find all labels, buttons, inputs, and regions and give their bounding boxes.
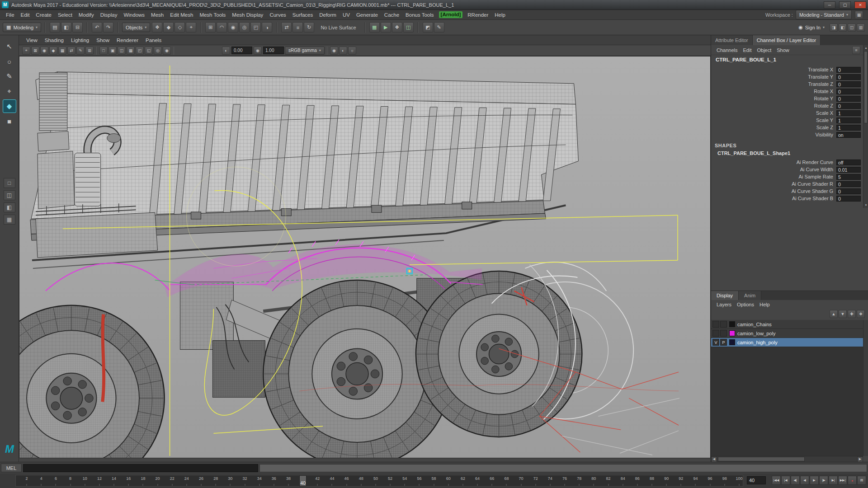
menu-cache[interactable]: Cache bbox=[381, 10, 402, 20]
channel-value-field[interactable]: 0 bbox=[836, 89, 861, 94]
layer-row-camion-chains[interactable]: camion_Chains bbox=[711, 320, 863, 329]
paint-effects-icon[interactable]: ✎ bbox=[434, 22, 444, 33]
tab-attribute-editor[interactable]: Attribute Editor bbox=[711, 35, 753, 45]
current-rig-control-tool[interactable]: ◆ bbox=[3, 99, 16, 113]
menu-curves[interactable]: Curves bbox=[266, 10, 289, 20]
menu-windows[interactable]: Windows bbox=[120, 10, 148, 20]
layout-four-pane-button[interactable]: ◫ bbox=[4, 190, 15, 200]
move-layer-up-icon[interactable]: ▲ bbox=[830, 310, 838, 318]
menu-rrender[interactable]: RRender bbox=[464, 10, 491, 20]
snap-curve-icon[interactable]: ◠ bbox=[217, 22, 227, 33]
pan-zoom-icon[interactable]: ⇄ bbox=[67, 47, 75, 55]
layer-row-camion-high-poly[interactable]: VPcamion_high_poly bbox=[711, 338, 863, 347]
channel-menu-channels[interactable]: Channels bbox=[714, 45, 740, 55]
scrollbar-thumb[interactable] bbox=[864, 51, 868, 123]
panel-menu-lighting[interactable]: Lighting bbox=[67, 35, 93, 45]
move-tool[interactable]: ⌖ bbox=[3, 84, 16, 98]
layer-visibility-toggle[interactable]: V bbox=[712, 339, 719, 346]
layer-color-swatch[interactable] bbox=[729, 321, 735, 327]
menu-mesh[interactable]: Mesh bbox=[148, 10, 167, 20]
hypershade-icon[interactable]: ◩ bbox=[423, 22, 433, 33]
undo-icon[interactable]: ↶ bbox=[92, 22, 102, 33]
gamma-field[interactable]: 1.00 bbox=[263, 47, 284, 54]
panel-menu-view[interactable]: View bbox=[23, 35, 41, 45]
channel-value-field[interactable]: 0 bbox=[836, 81, 861, 87]
layer-color-swatch[interactable] bbox=[729, 339, 735, 345]
layer-list-scrollbar[interactable] bbox=[863, 320, 868, 456]
scroll-up-icon[interactable]: ▲ bbox=[863, 45, 868, 51]
panel-menu-renderer[interactable]: Renderer bbox=[113, 35, 142, 45]
layer-horizontal-scrollbar[interactable]: ◀ ▶ bbox=[711, 456, 863, 462]
layer-color-swatch[interactable] bbox=[729, 330, 735, 336]
menu-modify[interactable]: Modify bbox=[75, 10, 97, 20]
channel-value-field[interactable]: 0 bbox=[836, 67, 861, 73]
tab-anim[interactable]: Anim bbox=[739, 291, 761, 300]
layer-row-camion-low-poly[interactable]: camion_low_poly bbox=[711, 329, 863, 338]
current-frame-field[interactable]: 40 bbox=[747, 476, 766, 484]
tab-channel-box-layer-editor[interactable]: Channel Box / Layer Editor bbox=[753, 35, 821, 45]
render-settings-icon[interactable]: ❖ bbox=[392, 22, 402, 33]
snap-view-plane-icon[interactable]: ◰ bbox=[250, 22, 261, 33]
channel-value-field[interactable]: 0 bbox=[836, 96, 861, 102]
select-component-icon[interactable]: ◇ bbox=[175, 22, 185, 33]
snap-point-icon[interactable]: ◉ bbox=[228, 22, 238, 33]
make-live-icon[interactable]: ◑ bbox=[262, 22, 272, 33]
channel-value-field[interactable]: 0 bbox=[836, 181, 861, 187]
menu-mesh-display[interactable]: Mesh Display bbox=[229, 10, 266, 20]
channel-value-field[interactable]: on bbox=[836, 132, 861, 138]
render-frame-icon[interactable]: ▦ bbox=[369, 22, 380, 33]
workspace-selector[interactable]: Modeling - Standard ▾ bbox=[796, 10, 852, 19]
channel-value-field[interactable]: 0 bbox=[836, 74, 861, 80]
grease-pencil-icon[interactable]: ✎ bbox=[76, 47, 85, 55]
shape-node-name[interactable]: CTRL_PARE_BOUE_L_Shape1 bbox=[717, 150, 790, 156]
gamma-icon[interactable]: ◉ bbox=[254, 47, 262, 55]
film-gate-icon[interactable]: □ bbox=[99, 47, 108, 55]
isolate-select-icon[interactable]: ◉ bbox=[330, 47, 338, 55]
channel-settings-icon[interactable]: ≡ bbox=[852, 46, 860, 54]
layer-playback-toggle[interactable]: P bbox=[720, 339, 727, 346]
selected-object-name[interactable]: CTRL_PARE_BOUE_L_1 bbox=[716, 57, 776, 62]
menu-generate[interactable]: Generate bbox=[353, 10, 381, 20]
new-scene-icon[interactable]: ▤ bbox=[50, 22, 60, 33]
scroll-down-icon[interactable]: ▼ bbox=[863, 202, 868, 208]
channel-value-field[interactable]: off bbox=[836, 160, 861, 165]
play-forwards-button[interactable]: ▶ bbox=[810, 476, 819, 485]
channel-value-field[interactable]: 1 bbox=[836, 125, 861, 131]
command-input[interactable] bbox=[23, 464, 258, 472]
frame-selected-icon[interactable]: ◉ bbox=[163, 47, 171, 55]
snap-grid-icon[interactable]: ⊞ bbox=[205, 22, 216, 33]
layer-menu-layers[interactable]: Layers bbox=[714, 300, 734, 310]
select-hierarchy-icon[interactable]: ❖ bbox=[152, 22, 162, 33]
minimize-button[interactable]: ─ bbox=[824, 1, 835, 9]
menu-edit[interactable]: Edit bbox=[18, 10, 33, 20]
sign-in-button[interactable]: ◉ Sign In ▾ bbox=[798, 24, 825, 30]
workspace-grid-icon[interactable]: ▦ bbox=[855, 11, 863, 19]
menu-mesh-tools[interactable]: Mesh Tools bbox=[196, 10, 229, 20]
layer-visibility-toggle[interactable] bbox=[712, 321, 719, 328]
menu-create[interactable]: Create bbox=[33, 10, 55, 20]
anim-preferences-icon[interactable]: ▤ bbox=[857, 476, 866, 485]
channel-box-scrollbar[interactable]: ▲ ▼ bbox=[863, 45, 868, 208]
step-forward-key-button[interactable]: ▶| bbox=[829, 476, 838, 485]
tab-display[interactable]: Display bbox=[711, 291, 739, 300]
menu-bonus-tools[interactable]: Bonus Tools bbox=[402, 10, 437, 20]
layout-hypergraph-button[interactable]: ▦ bbox=[4, 215, 15, 225]
lighting-toggle-icon[interactable]: ☼ bbox=[348, 47, 356, 55]
channel-menu-object[interactable]: Object bbox=[754, 45, 774, 55]
create-layer-from-selected-icon[interactable]: ❖ bbox=[857, 310, 865, 318]
step-back-key-button[interactable]: |◀ bbox=[781, 476, 790, 485]
layer-visibility-toggle[interactable] bbox=[712, 330, 719, 337]
play-backwards-button[interactable]: ◀ bbox=[800, 476, 809, 485]
image-plane-icon[interactable]: ▦ bbox=[58, 47, 66, 55]
field-chart-icon[interactable]: ▦ bbox=[127, 47, 135, 55]
scroll-left-icon[interactable]: ◀ bbox=[711, 456, 717, 462]
maximize-button[interactable]: ▢ bbox=[839, 1, 851, 9]
channel-value-field[interactable]: 1 bbox=[836, 117, 861, 123]
menu-set-selector[interactable]: ▦ Modeling ▾ bbox=[3, 23, 41, 32]
menu-arnold[interactable]: [Arnold] bbox=[439, 11, 463, 18]
exposure-field[interactable]: 0.00 bbox=[231, 47, 252, 54]
timeline-playhead[interactable]: 40 bbox=[299, 475, 307, 486]
layer-playback-toggle[interactable] bbox=[720, 330, 727, 337]
channel-value-field[interactable]: 0 bbox=[836, 196, 861, 202]
auto-keyframe-icon[interactable]: ● bbox=[848, 476, 857, 485]
